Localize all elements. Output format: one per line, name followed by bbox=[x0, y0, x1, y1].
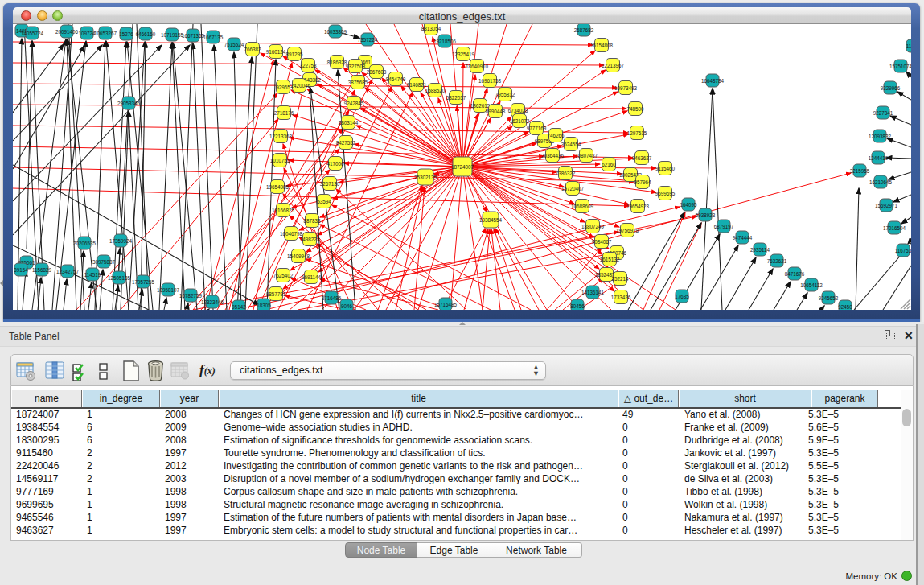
svg-text:10719155: 10719155 bbox=[161, 32, 184, 38]
svg-text:9146821: 9146821 bbox=[407, 82, 427, 88]
svg-text:29053346: 29053346 bbox=[117, 101, 141, 106]
svg-text:252214: 252214 bbox=[611, 276, 629, 282]
svg-text:20364436: 20364436 bbox=[541, 153, 565, 159]
svg-text:17635: 17635 bbox=[675, 294, 689, 299]
svg-text:1621072: 1621072 bbox=[510, 118, 530, 124]
svg-text:16033809: 16033809 bbox=[324, 29, 347, 35]
svg-text:891295: 891295 bbox=[285, 51, 303, 57]
svg-text:11175: 11175 bbox=[906, 43, 911, 49]
svg-text:9242845: 9242845 bbox=[344, 101, 364, 106]
svg-text:2935114: 2935114 bbox=[750, 247, 770, 253]
svg-text:109724: 109724 bbox=[78, 31, 96, 36]
svg-text:2867608: 2867608 bbox=[367, 69, 387, 75]
svg-text:19654923: 19654923 bbox=[626, 204, 650, 209]
svg-text:20091406: 20091406 bbox=[55, 29, 79, 35]
svg-text:10654112: 10654112 bbox=[800, 282, 823, 288]
svg-text:7357224: 7357224 bbox=[358, 37, 378, 43]
svg-text:62160: 62160 bbox=[602, 162, 616, 167]
svg-text:19218506: 19218506 bbox=[433, 39, 457, 44]
svg-text:1297515: 1297515 bbox=[627, 130, 647, 136]
svg-text:12213363: 12213363 bbox=[269, 134, 293, 139]
svg-text:1615132: 1615132 bbox=[600, 257, 620, 262]
svg-text:2718176: 2718176 bbox=[274, 110, 294, 116]
svg-text:19166825: 19166825 bbox=[272, 208, 295, 213]
svg-text:3498222: 3498222 bbox=[300, 237, 320, 242]
svg-text:1667135: 1667135 bbox=[203, 35, 224, 40]
svg-text:9777169: 9777169 bbox=[527, 126, 547, 131]
svg-text:14055724: 14055724 bbox=[21, 31, 44, 36]
svg-text:8186328: 8186328 bbox=[327, 60, 347, 65]
svg-text:7515524: 7515524 bbox=[224, 42, 244, 47]
svg-text:16210645: 16210645 bbox=[869, 179, 893, 185]
svg-text:8471676: 8471676 bbox=[785, 271, 805, 277]
svg-text:7632621: 7632621 bbox=[767, 258, 787, 264]
svg-text:19756928: 19756928 bbox=[616, 228, 639, 233]
svg-text:6466160: 6466160 bbox=[136, 31, 156, 37]
svg-text:19654985: 19654985 bbox=[266, 184, 290, 190]
svg-text:3875685: 3875685 bbox=[348, 80, 368, 85]
svg-text:25302135: 25302135 bbox=[414, 175, 437, 180]
svg-text:15692971: 15692971 bbox=[875, 203, 898, 208]
svg-text:18640910: 18640910 bbox=[466, 64, 489, 69]
svg-text:1733426: 1733426 bbox=[611, 295, 631, 300]
svg-text:2687682: 2687682 bbox=[574, 27, 594, 33]
svg-text:417006: 417006 bbox=[326, 161, 344, 167]
svg-text:9463627: 9463627 bbox=[632, 155, 652, 161]
svg-text:6879197: 6879197 bbox=[714, 224, 734, 229]
svg-text:10807487: 10807487 bbox=[575, 153, 598, 159]
svg-text:18724007: 18724007 bbox=[451, 164, 474, 170]
svg-text:6734028: 6734028 bbox=[508, 108, 528, 113]
svg-text:18807249: 18807249 bbox=[581, 224, 605, 229]
svg-text:1010755: 1010755 bbox=[270, 158, 290, 163]
svg-text:114519: 114519 bbox=[84, 272, 101, 278]
svg-text:9115460: 9115460 bbox=[655, 166, 676, 171]
svg-text:748500: 748500 bbox=[626, 106, 644, 112]
svg-text:17359924: 17359924 bbox=[109, 238, 133, 244]
svg-text:7386322: 7386322 bbox=[556, 171, 576, 176]
svg-text:766382: 766382 bbox=[244, 47, 261, 52]
svg-text:9084067: 9084067 bbox=[592, 239, 612, 245]
svg-text:8813054: 8813054 bbox=[421, 26, 441, 31]
svg-text:8454749: 8454749 bbox=[386, 76, 406, 82]
svg-text:16648784: 16648784 bbox=[701, 78, 725, 84]
svg-text:15716485: 15716485 bbox=[434, 302, 458, 307]
svg-text:9160124: 9160124 bbox=[266, 49, 286, 55]
svg-text:9245652: 9245652 bbox=[819, 295, 839, 301]
svg-text:12213967: 12213967 bbox=[602, 63, 625, 68]
svg-text:1362615: 1362615 bbox=[470, 103, 491, 109]
svg-text:95142: 95142 bbox=[232, 304, 246, 310]
svg-text:92965: 92965 bbox=[276, 84, 290, 90]
svg-text:9046: 9046 bbox=[341, 303, 353, 309]
svg-text:15409948: 15409948 bbox=[287, 253, 310, 259]
svg-text:15720407: 15720407 bbox=[561, 186, 585, 192]
svg-text:12325419: 12325419 bbox=[452, 51, 475, 57]
svg-text:1588520: 1588520 bbox=[425, 88, 446, 93]
svg-text:39154: 39154 bbox=[14, 267, 28, 273]
svg-text:9857791: 9857791 bbox=[266, 291, 286, 297]
svg-text:30975887: 30975887 bbox=[92, 259, 116, 265]
svg-text:12505135: 12505135 bbox=[108, 275, 131, 281]
svg-text:1691144: 1691144 bbox=[302, 274, 322, 280]
svg-text:12093832: 12093832 bbox=[869, 134, 892, 139]
svg-text:15751074: 15751074 bbox=[889, 64, 911, 69]
svg-text:12323446: 12323446 bbox=[201, 299, 224, 305]
svg-text:14136141: 14136141 bbox=[581, 290, 605, 295]
svg-text:16046798: 16046798 bbox=[280, 231, 303, 237]
svg-text:3215955: 3215955 bbox=[850, 168, 870, 174]
svg-text:22420046: 22420046 bbox=[288, 83, 311, 89]
svg-text:5938923: 5938923 bbox=[696, 212, 716, 218]
svg-text:17957255: 17957255 bbox=[132, 279, 155, 285]
svg-text:7625402: 7625402 bbox=[273, 273, 294, 278]
svg-text:3624554: 3624554 bbox=[561, 142, 581, 147]
svg-text:53594: 53594 bbox=[317, 199, 331, 204]
svg-text:92450: 92450 bbox=[838, 304, 852, 310]
svg-text:9227341: 9227341 bbox=[873, 110, 893, 116]
svg-text:746266: 746266 bbox=[547, 133, 565, 138]
svg-text:1156829: 1156829 bbox=[32, 267, 52, 273]
svg-text:16961758: 16961758 bbox=[478, 78, 502, 84]
svg-text:10653267: 10653267 bbox=[94, 31, 117, 36]
svg-text:9327508: 9327508 bbox=[346, 64, 366, 69]
svg-text:887833: 887833 bbox=[303, 218, 321, 224]
svg-text:9329966: 9329966 bbox=[881, 85, 901, 91]
svg-text:5322037: 5322037 bbox=[446, 95, 466, 101]
